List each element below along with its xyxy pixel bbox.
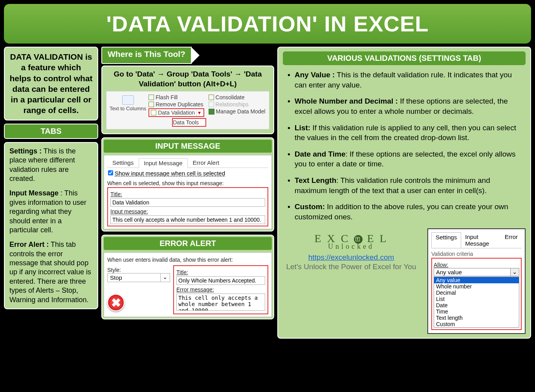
- intro-panel: DATA VALIDATION is a feature which helps…: [4, 47, 98, 120]
- list-item: Any Value : This is the default validati…: [286, 70, 522, 90]
- settings-dialog-mock: Settings Input Message Error Validation …: [427, 228, 526, 334]
- dropdown-option[interactable]: List: [434, 296, 519, 302]
- manage-data-model-icon: [209, 109, 214, 115]
- list-item: Text Length: This validation rule contro…: [286, 175, 522, 195]
- brand-logo-sub: Unlocked: [283, 242, 420, 251]
- stop-error-icon: ✖: [107, 294, 125, 311]
- brand-tagline: Let's Unlock the Power of Excel for You: [283, 263, 420, 271]
- relationships-button[interactable]: Relationships: [209, 101, 266, 108]
- err-title-label: Title:: [176, 269, 265, 275]
- input-msg-field[interactable]: [110, 215, 265, 224]
- text-to-columns-icon: [122, 95, 134, 105]
- where-arrow-icon: [191, 47, 200, 64]
- chevron-down-icon: ⌄: [160, 273, 170, 282]
- where-path: Go to 'Data' → Group 'Data Tools' → 'Dat…: [106, 69, 269, 89]
- error-alert-header: ERROR ALERT: [104, 237, 272, 250]
- tab-input-message[interactable]: Input Message: [139, 158, 187, 168]
- show-input-message-label: Show input message when cell is selected: [115, 170, 225, 177]
- data-validation-dropdown-icon[interactable]: ▾: [196, 109, 202, 116]
- where-section: Where is This Tool? Go to 'Data' → Group…: [101, 47, 274, 134]
- error-alert-dialog: When user enters invalid data, show this…: [104, 252, 272, 317]
- page-title-bar: 'DATA VALIDATION' IN EXCEL: [4, 4, 531, 44]
- consolidate-icon: [209, 95, 214, 100]
- validation-criteria-label: Validation criteria: [431, 251, 522, 257]
- text-to-columns-label: Text to Columns: [110, 106, 146, 111]
- remove-duplicates-button[interactable]: Remove Duplicates: [148, 101, 206, 108]
- error-alert-panel: ERROR ALERT When user enters invalid dat…: [101, 235, 274, 319]
- input-message-header: INPUT MESSAGE: [104, 140, 272, 153]
- data-tools-group-label: Data Tools: [172, 118, 206, 127]
- settings-tab-error[interactable]: Error: [501, 232, 522, 248]
- page-title: 'DATA VALIDATION' IN EXCEL: [4, 11, 531, 36]
- dropdown-option[interactable]: Decimal: [434, 290, 519, 296]
- settings-tab-inputmsg[interactable]: Input Message: [461, 232, 500, 248]
- validations-list: Any Value : This is the default validati…: [283, 70, 526, 222]
- various-panel: VARIOUS VALIDATIONS (SETTINGS TAB) Any V…: [277, 47, 531, 339]
- consolidate-button[interactable]: Consolidate: [209, 94, 266, 101]
- show-input-message-checkbox[interactable]: [108, 170, 113, 175]
- err-msg-field[interactable]: This cell only accepts a whole number be…: [176, 294, 265, 311]
- settings-tab-settings[interactable]: Settings: [431, 232, 461, 248]
- list-item: List: If this validation rule is applied…: [286, 123, 522, 143]
- input-message-dialog: Settings Input Message Error Alert Show …: [104, 155, 272, 229]
- data-validation-button[interactable]: Data Validation▾: [148, 108, 204, 117]
- title-label: Title:: [110, 191, 265, 197]
- various-header: VARIOUS VALIDATIONS (SETTINGS TAB): [283, 51, 526, 65]
- dropdown-option[interactable]: Text length: [434, 315, 519, 321]
- allow-label: Allow:: [434, 262, 519, 268]
- where-label: Where is This Tool?: [101, 47, 192, 64]
- dropdown-option[interactable]: Time: [434, 308, 519, 315]
- allow-dropdown-list: Any value Whole number Decimal List Date…: [434, 277, 519, 328]
- err-msg-label: Error message:: [176, 286, 265, 293]
- list-item: Custom: In addition to the above rules, …: [286, 202, 522, 222]
- brand-block: E X C ⚿ E L Unlocked https://excelunlock…: [283, 232, 420, 271]
- remove-duplicates-icon: [148, 102, 154, 107]
- middle-column: Where is This Tool? Go to 'Data' → Group…: [101, 47, 274, 339]
- chevron-down-icon: ⌄: [510, 268, 519, 276]
- input-msg-label: Input message:: [110, 208, 265, 215]
- intro-text: DATA VALIDATION is a feature which helps…: [9, 51, 93, 116]
- dropdown-option[interactable]: Date: [434, 302, 519, 308]
- error-when-label: When user enters invalid data, show this…: [107, 257, 268, 263]
- tabs-inputmsg: Input Message : This gives information t…: [9, 189, 93, 235]
- left-column: DATA VALIDATION is a feature which helps…: [4, 47, 98, 339]
- data-validation-icon: [151, 110, 156, 115]
- manage-data-model-button[interactable]: Manage Data Model: [209, 108, 266, 115]
- brand-link[interactable]: https://excelunlocked.com: [283, 253, 420, 262]
- tabs-settings: Settings : This is the place where diffe…: [9, 147, 93, 184]
- style-dropdown[interactable]: Stop⌄: [107, 273, 170, 282]
- tab-settings[interactable]: Settings: [107, 158, 139, 168]
- tabs-header: TABS: [4, 124, 98, 139]
- tab-error-alert[interactable]: Error Alert: [188, 158, 225, 168]
- list-item: Whole Number and Decimal : If these opti…: [286, 96, 522, 116]
- tabs-erroralert: Error Alert : This tab controls the erro…: [9, 240, 93, 304]
- title-field[interactable]: [110, 198, 265, 207]
- flash-fill-icon: [148, 95, 154, 100]
- dropdown-option[interactable]: Whole number: [434, 283, 519, 290]
- when-selected-label: When cell is selected, show this input m…: [107, 180, 268, 186]
- dropdown-option[interactable]: Custom: [434, 321, 519, 327]
- ribbon-mock: Text to Columns Flash Fill Remove Duplic…: [106, 91, 269, 129]
- err-title-field[interactable]: [176, 276, 265, 285]
- dropdown-option[interactable]: Any value: [434, 277, 519, 283]
- style-label: Style:: [107, 267, 170, 273]
- flash-fill-button[interactable]: Flash Fill: [148, 94, 206, 101]
- list-item: Date and Time: If these options are sele…: [286, 149, 522, 169]
- input-message-panel: INPUT MESSAGE Settings Input Message Err…: [101, 137, 274, 232]
- right-column: VARIOUS VALIDATIONS (SETTINGS TAB) Any V…: [277, 47, 531, 339]
- allow-dropdown[interactable]: Any value⌄: [434, 268, 519, 276]
- text-to-columns-button[interactable]: Text to Columns: [110, 94, 146, 127]
- relationships-icon: [209, 102, 214, 107]
- tabs-panel: Settings : This is the place where diffe…: [4, 142, 98, 309]
